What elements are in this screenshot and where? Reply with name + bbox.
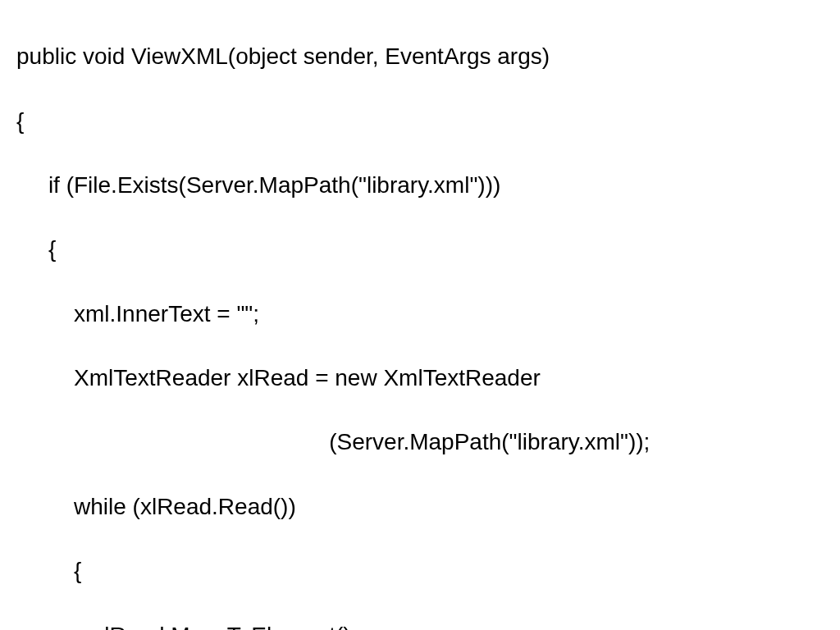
code-line: xml.InnerText = ""; — [16, 298, 824, 330]
code-snippet: public void ViewXML(object sender, Event… — [0, 0, 840, 630]
code-line: if (File.Exists(Server.MapPath("library.… — [16, 169, 824, 201]
code-line: { — [16, 105, 824, 137]
code-line: public void ViewXML(object sender, Event… — [16, 40, 824, 72]
code-line: xlRead.MoveToElement(); — [16, 619, 824, 630]
code-line: XmlTextReader xlRead = new XmlTextReader — [16, 362, 824, 394]
code-line: { — [16, 233, 824, 265]
code-line: { — [16, 555, 824, 587]
code-line: (Server.MapPath("library.xml")); — [16, 426, 824, 458]
code-line: while (xlRead.Read()) — [16, 491, 824, 523]
